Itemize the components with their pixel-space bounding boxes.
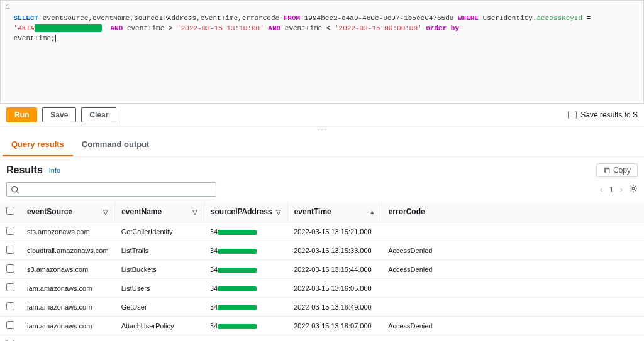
save-results-checkbox[interactable]: Save results to S	[568, 111, 638, 119]
sql-editor[interactable]: 1 SELECT eventSource,eventName,sourceIPA…	[0, 0, 644, 104]
table-row[interactable]: cloudtrail.amazonaws.comListTrails342022…	[0, 241, 644, 260]
row-checkbox[interactable]	[6, 227, 14, 235]
search-paginate-row: ‹ 1 ›	[0, 181, 644, 202]
redacted-ip	[218, 268, 257, 273]
filter-icon[interactable]: ▽	[103, 208, 108, 215]
col-eventSource[interactable]: eventSource▽	[21, 202, 115, 222]
orderby-col: eventTime;	[14, 35, 55, 42]
svg-point-0	[12, 186, 18, 192]
save-results-input[interactable]	[568, 111, 577, 119]
results-search[interactable]	[6, 182, 216, 197]
row-checkbox[interactable]	[6, 321, 14, 329]
col-errorCode[interactable]: errorCode	[382, 202, 644, 222]
next-page[interactable]: ›	[620, 185, 623, 194]
table-settings[interactable]	[629, 184, 638, 195]
select-columns: eventSource,eventName,sourceIPAddress,ev…	[43, 14, 279, 22]
cell-errorCode	[382, 335, 644, 342]
keyword-where: WHERE	[458, 14, 479, 22]
redacted-ip	[218, 230, 257, 235]
cell-eventTime: 2022-03-15 13:19:05.000	[287, 335, 382, 342]
keyword-orderby: order by	[426, 24, 459, 32]
cell-eventName: ListTrails	[115, 241, 204, 260]
cell-errorCode: AccessDenied	[382, 241, 644, 260]
tab-command-output[interactable]: Command output	[73, 133, 158, 156]
row-checkbox[interactable]	[6, 264, 14, 273]
cell-eventTime: 2022-03-15 13:18:07.000	[287, 317, 382, 335]
cell-eventTime: 2022-03-15 13:15:33.000	[287, 241, 382, 260]
redacted-ip	[218, 286, 257, 291]
col-eventTime[interactable]: eventTime▲	[287, 202, 382, 222]
filter-icon[interactable]: ▽	[192, 208, 197, 215]
results-title: Results	[6, 165, 43, 176]
redacted-ip	[218, 324, 257, 329]
table-row[interactable]: iam.amazonaws.comGetUser342022-03-15 13:…	[0, 298, 644, 317]
cell-eventSource: s3.amazonaws.com	[21, 260, 115, 279]
cell-eventTime: 2022-03-15 13:16:05.000	[287, 279, 382, 298]
prev-page[interactable]: ‹	[600, 185, 602, 194]
redacted-ip	[218, 305, 257, 310]
table-rest: bee2-d4a0-460e-8c07-1b5ee04765d8	[321, 14, 453, 22]
table-row[interactable]: sts.amazonaws.comGetCallerIdentity342022…	[0, 222, 644, 241]
col-eventName[interactable]: eventName▽	[115, 202, 204, 222]
cell-eventSource: iam.amazonaws.com	[21, 298, 115, 317]
info-link[interactable]: Info	[49, 166, 60, 174]
svg-point-2	[632, 187, 635, 190]
cell-eventName: AttachUserPolicy	[115, 317, 204, 335]
cell-eventSource: iam.amazonaws.com	[21, 279, 115, 298]
cell-eventSource: sts.amazonaws.com	[21, 222, 115, 241]
cell-sourceIPAddress: 34	[204, 298, 287, 317]
row-checkbox[interactable]	[6, 246, 14, 254]
cell-eventTime: 2022-03-15 13:15:21.000	[287, 222, 382, 241]
row-checkbox[interactable]	[6, 302, 14, 310]
timestamp-lower: '2022-03-15 13:10:00'	[177, 24, 264, 32]
gear-icon	[629, 184, 638, 193]
results-search-input[interactable]	[23, 185, 212, 194]
run-button[interactable]: Run	[6, 107, 37, 122]
cell-eventSource: iam.amazonaws.com	[21, 335, 115, 342]
select-all-checkbox[interactable]	[6, 207, 14, 215]
table-row[interactable]: iam.amazonaws.comListAttachedUserPolicie…	[0, 335, 644, 342]
clear-button[interactable]: Clear	[81, 107, 116, 122]
keyword-from: FROM	[284, 14, 300, 22]
results-table: eventSource▽ eventName▽ sourceIPAddress▽…	[0, 202, 644, 341]
redacted-key: XXXXXXXXXXXXXXXX	[35, 24, 103, 32]
table-row[interactable]: iam.amazonaws.comListUsers342022-03-15 1…	[0, 279, 644, 298]
cell-sourceIPAddress: 34	[204, 279, 287, 298]
access-key-field: .accessKeyId	[533, 14, 582, 22]
search-icon	[11, 185, 19, 194]
keyword-select: SELECT	[14, 14, 39, 22]
tab-query-results[interactable]: Query results	[3, 133, 73, 156]
pane-resize-handle[interactable]: · · ·	[0, 127, 644, 133]
svg-line-1	[17, 191, 19, 193]
table-row[interactable]: iam.amazonaws.comAttachUserPolicy342022-…	[0, 317, 644, 335]
sql-code[interactable]: SELECT eventSource,eventName,sourceIPAdd…	[14, 3, 638, 100]
pagination: ‹ 1 ›	[600, 184, 638, 195]
timestamp-upper: '2022-03-16 00:00:00'	[335, 24, 422, 32]
cell-eventName: GetCallerIdentity	[115, 222, 204, 241]
cell-sourceIPAddress: 34	[204, 241, 287, 260]
akia-prefix: AKIA	[18, 24, 34, 32]
cell-eventSource: iam.amazonaws.com	[21, 317, 115, 335]
text-cursor	[55, 35, 56, 42]
cell-errorCode	[382, 298, 644, 317]
cell-eventTime: 2022-03-15 13:15:44.000	[287, 260, 382, 279]
copy-button[interactable]: Copy	[596, 163, 638, 177]
cell-eventName: ListUsers	[115, 279, 204, 298]
sort-asc-icon[interactable]: ▲	[369, 208, 375, 215]
cell-errorCode	[382, 279, 644, 298]
redacted-ip	[218, 249, 257, 254]
filter-icon[interactable]: ▽	[276, 208, 281, 215]
table-row[interactable]: s3.amazonaws.comListBuckets342022-03-15 …	[0, 260, 644, 279]
result-tabs: Query results Command output	[0, 133, 644, 157]
row-checkbox[interactable]	[6, 283, 14, 291]
cell-eventName: ListBuckets	[115, 260, 204, 279]
cell-eventSource: cloudtrail.amazonaws.com	[21, 241, 115, 260]
page-number: 1	[609, 185, 613, 194]
cell-errorCode	[382, 222, 644, 241]
cell-eventName: ListAttachedUserPolicies	[115, 335, 204, 342]
cell-eventTime: 2022-03-15 13:16:49.000	[287, 298, 382, 317]
col-sourceIPAddress[interactable]: sourceIPAddress▽	[204, 202, 287, 222]
copy-icon	[603, 166, 611, 174]
save-query-button[interactable]: Save	[42, 107, 76, 122]
cell-sourceIPAddress: 34	[204, 222, 287, 241]
